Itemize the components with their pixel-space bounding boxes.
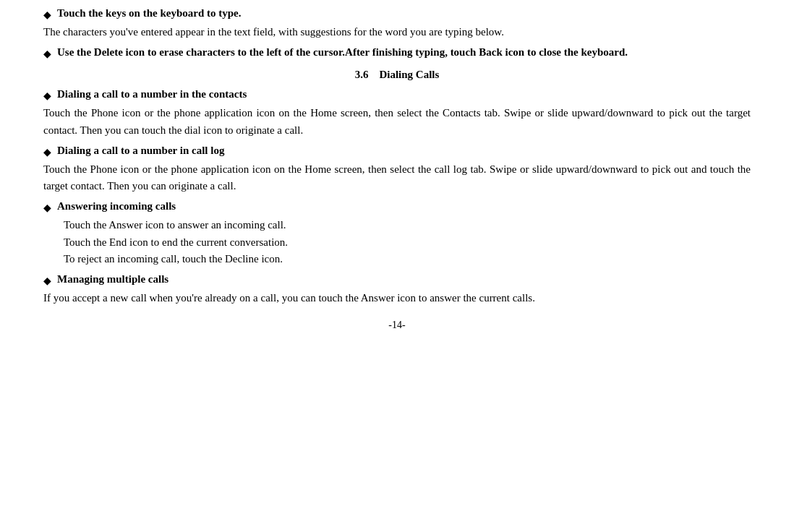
answering-line-1: Touch the Answer icon to answer an incom… <box>43 217 751 233</box>
dialing-contacts-heading: Dialing a call to a number in the contac… <box>57 88 247 100</box>
managing-body: If you accept a new call when you're alr… <box>43 290 751 306</box>
touch-keys-section: ◆ Touch the keys on the keyboard to type… <box>43 7 751 21</box>
dialing-calls-header: 3.6 Dialing Calls <box>43 69 751 81</box>
bullet-icon-6: ◆ <box>43 275 51 287</box>
section-title: Dialing Calls <box>379 69 439 80</box>
use-delete-heading: Use the Delete icon to erase characters … <box>57 46 628 58</box>
managing-heading: Managing multiple calls <box>57 273 168 285</box>
bullet-icon-1: ◆ <box>43 9 51 21</box>
page-number: -14- <box>43 319 751 331</box>
use-delete-section: ◆ Use the Delete icon to erase character… <box>43 46 751 60</box>
dialing-calllog-heading: Dialing a call to a number in call log <box>57 145 224 156</box>
answering-heading: Answering incoming calls <box>57 200 176 212</box>
bullet-icon-4: ◆ <box>43 146 51 158</box>
page-container: ◆ Touch the keys on the keyboard to type… <box>0 0 794 532</box>
answering-section: ◆ Answering incoming calls <box>43 200 751 214</box>
dialing-contacts-section: ◆ Dialing a call to a number in the cont… <box>43 88 751 102</box>
bullet-icon-3: ◆ <box>43 90 51 102</box>
managing-content: Managing multiple calls <box>57 273 751 286</box>
dialing-calllog-body: Touch the Phone icon or the phone applic… <box>43 161 751 195</box>
bullet-icon-2: ◆ <box>43 48 51 60</box>
section-number: 3.6 <box>355 69 369 80</box>
dialing-contacts-content: Dialing a call to a number in the contac… <box>57 88 751 100</box>
answering-line-3: To reject an incoming call, touch the De… <box>43 251 751 267</box>
touch-keys-body: The characters you've entered appear in … <box>43 24 751 40</box>
bullet-icon-5: ◆ <box>43 202 51 214</box>
managing-section: ◆ Managing multiple calls <box>43 273 751 287</box>
touch-keys-heading: Touch the keys on the keyboard to type. <box>57 7 241 19</box>
touch-keys-content: Touch the keys on the keyboard to type. <box>57 7 751 20</box>
dialing-calllog-section: ◆ Dialing a call to a number in call log <box>43 145 751 158</box>
answering-content: Answering incoming calls <box>57 200 751 213</box>
use-delete-content: Use the Delete icon to erase characters … <box>57 46 751 59</box>
answering-line-2: Touch the End icon to end the current co… <box>43 234 751 251</box>
dialing-contacts-body: Touch the Phone icon or the phone applic… <box>43 105 751 139</box>
dialing-calllog-content: Dialing a call to a number in call log <box>57 145 751 157</box>
